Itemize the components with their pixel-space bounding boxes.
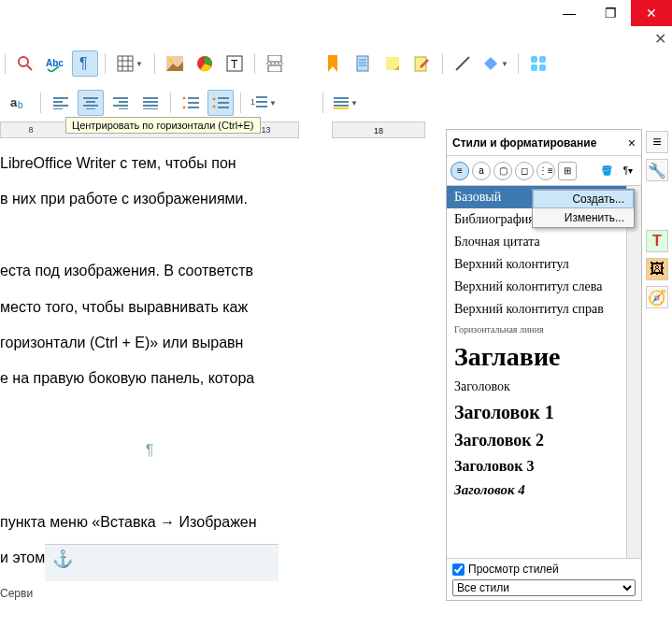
page-styles-icon[interactable]: ◻	[515, 162, 534, 180]
doc-line: место того, чтобы выравнивать каж	[0, 293, 299, 321]
line-icon[interactable]	[450, 50, 476, 77]
properties-icon[interactable]: ≡	[646, 131, 668, 153]
doc-line: LibreOffice Writer с тем, чтобы пон	[0, 150, 299, 178]
style-item[interactable]: Горизонтальная линия	[447, 321, 641, 338]
standard-toolbar: Abc ¶ ▼ T	[0, 47, 290, 80]
svg-rect-26	[539, 56, 546, 63]
grid-icon[interactable]	[525, 50, 551, 77]
formatting-toolbar: ab 1▼	[0, 86, 281, 120]
pilcrow-icon: ¶	[0, 436, 299, 464]
justify-icon[interactable]	[137, 90, 164, 116]
minimize-button[interactable]: —	[549, 0, 590, 26]
gallery-icon[interactable]: 🖼	[646, 258, 668, 280]
svg-line-23	[456, 57, 469, 70]
svg-rect-25	[531, 56, 537, 63]
char-color-icon[interactable]: ab	[2, 90, 34, 116]
standard-toolbar-2: ▼	[318, 47, 553, 80]
doc-line: горизонтали (Ctrl + E)» или выравн	[0, 329, 299, 357]
context-menu: Создать... Изменить...	[532, 189, 635, 228]
svg-rect-28	[539, 64, 546, 71]
svg-rect-60	[334, 107, 349, 109]
formatting-toolbar-2: ▼	[318, 86, 364, 120]
decrease-spacing-icon[interactable]	[207, 90, 234, 116]
frame-styles-icon[interactable]: ▢	[493, 162, 512, 180]
text-icon[interactable]: T	[646, 230, 668, 252]
style-item[interactable]: Блочная цитата	[447, 231, 641, 253]
style-item[interactable]: Заголовок 1	[447, 398, 641, 427]
tooltip: Центрировать по горизонтали (Ctrl+E)	[65, 117, 261, 134]
navigator-icon[interactable]: 🧭	[646, 286, 668, 308]
svg-text:a: a	[10, 95, 18, 109]
style-list[interactable]: БазовыйБиблиографияБлочная цитатаВерхний…	[447, 186, 641, 558]
table-styles-icon[interactable]: ⊞	[558, 162, 577, 180]
ruler-tick: 13	[261, 125, 270, 135]
close-button[interactable]: ✕	[631, 0, 672, 26]
style-item[interactable]: Верхний колонтитул справ	[447, 298, 641, 321]
new-style-icon[interactable]: ¶▾	[619, 162, 637, 180]
style-item[interactable]: Заголовок 2	[447, 427, 641, 454]
image-placeholder[interactable]: ⚓	[45, 544, 279, 581]
menu-edit[interactable]: Изменить...	[533, 208, 634, 227]
character-styles-icon[interactable]: a	[472, 162, 491, 180]
svg-rect-14	[268, 55, 281, 62]
style-item[interactable]: Заголовок 3	[447, 454, 641, 478]
svg-rect-17	[357, 56, 368, 71]
table-icon[interactable]: ▼	[112, 50, 148, 77]
align-center-icon[interactable]	[78, 90, 104, 116]
edit-icon[interactable]	[409, 50, 436, 77]
document-area[interactable]: LibreOffice Writer с тем, чтобы пон в ни…	[0, 150, 299, 580]
align-right-icon[interactable]	[107, 90, 134, 116]
wrench-icon[interactable]: 🔧	[646, 159, 668, 181]
anchor-icon: ⚓	[52, 549, 73, 569]
find-replace-icon[interactable]	[12, 50, 38, 77]
fill-format-icon[interactable]: 🪣	[597, 162, 616, 180]
note-icon[interactable]	[379, 50, 406, 77]
svg-text:Abc: Abc	[46, 58, 64, 68]
svg-point-10	[169, 59, 173, 63]
doc-line: пункта меню «Вставка → Изображен	[0, 508, 299, 536]
panel-header: Стили и форматирование ×	[447, 130, 641, 156]
style-item[interactable]: Верхний колонтитул	[447, 253, 641, 276]
style-item[interactable]: Заголовок	[447, 376, 641, 398]
ruler-tick: 8	[29, 125, 34, 135]
doc-line: еста под изображения. В соответств	[0, 257, 299, 285]
style-item[interactable]: Заглавие	[447, 338, 641, 376]
svg-text:¶: ¶	[79, 55, 88, 71]
panel-close-icon[interactable]: ×	[628, 136, 636, 150]
sidebar: ≡ 🔧 T 🖼 🧭	[644, 131, 670, 308]
svg-text:b: b	[18, 100, 23, 110]
page-break-icon[interactable]	[262, 50, 288, 77]
align-left-icon[interactable]	[48, 90, 74, 116]
statusbar-label: Серви	[0, 587, 33, 600]
panel-footer: Просмотр стилей Все стили	[447, 558, 641, 600]
maximize-button[interactable]: ❐	[590, 0, 631, 26]
paragraph-styles-icon[interactable]: ≡	[450, 162, 469, 180]
svg-rect-27	[531, 64, 537, 71]
menu-create[interactable]: Создать...	[533, 190, 634, 208]
scrollbar[interactable]	[626, 186, 641, 558]
style-item[interactable]: Заголовок 4	[447, 478, 641, 502]
spellcheck-icon[interactable]: Abc	[42, 50, 68, 77]
para-fill-icon[interactable]: ▼	[330, 90, 362, 116]
toolbar-close-icon[interactable]: ✕	[654, 30, 666, 48]
list-styles-icon[interactable]: ⋮≡	[536, 162, 555, 180]
image-icon[interactable]	[162, 50, 188, 77]
chart-icon[interactable]	[192, 50, 218, 77]
doc-line: в них при работе с изображениями.	[0, 185, 299, 213]
increase-spacing-icon[interactable]	[178, 90, 204, 116]
title-bar: — ❐ ✕	[549, 0, 672, 26]
doc-line: е на правую боковую панель, котора	[0, 364, 299, 392]
svg-rect-15	[268, 65, 281, 72]
bookmark-icon[interactable]	[320, 50, 346, 77]
formatting-marks-icon[interactable]: ¶	[72, 50, 98, 77]
svg-text:T: T	[231, 58, 238, 71]
textbox-icon[interactable]: T	[222, 50, 248, 77]
line-spacing-icon[interactable]: 1▼	[248, 90, 279, 116]
style-item[interactable]: Верхний колонтитул слева	[447, 276, 641, 298]
ruler-2[interactable]: 18	[332, 121, 425, 138]
document-icon[interactable]	[350, 50, 376, 77]
shapes-icon[interactable]: ▼	[479, 50, 511, 77]
preview-checkbox[interactable]: Просмотр стилей	[452, 563, 636, 576]
svg-rect-24	[484, 57, 497, 70]
filter-select[interactable]: Все стили	[452, 579, 636, 596]
